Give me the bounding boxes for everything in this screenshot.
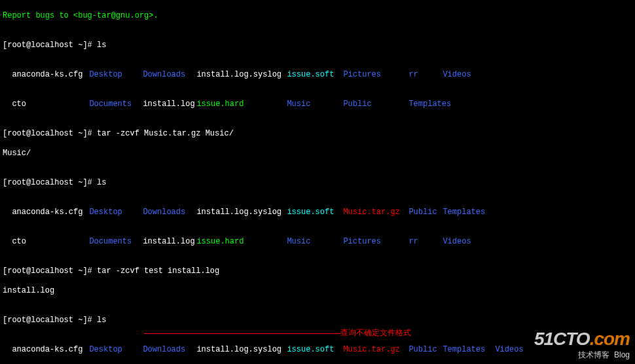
cmd-tar-test: tar -zcvf test install.log: [97, 266, 219, 276]
ls-output: anaconda-ks.cfgDesktopDownloadsinstall.l…: [3, 60, 632, 80]
annotation-arrow: [144, 333, 340, 334]
cmd-ls: ls: [97, 41, 106, 50]
annotation-label: 查询不确定文件格式: [340, 328, 411, 338]
header-line: Report bugs to <bug-tar@gnu.org>.: [3, 11, 158, 20]
watermark: 51CTO.com 技术博客 Blog: [534, 327, 630, 360]
cmd-tar-music: tar -zcvf Music.tar.gz Music/: [97, 129, 234, 138]
terminal-output: Report bugs to <bug-tar@gnu.org>. [root@…: [0, 0, 635, 364]
shell-prompt: [root@localhost ~]#: [3, 41, 97, 50]
